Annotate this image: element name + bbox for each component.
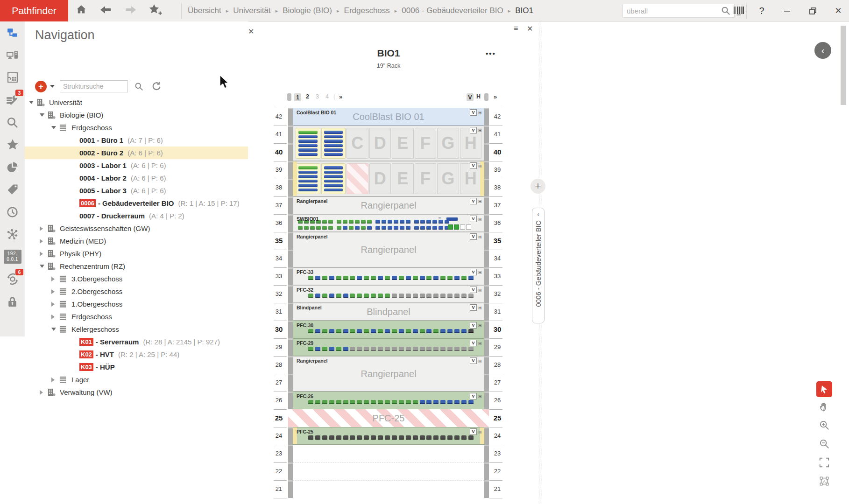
port[interactable] <box>322 276 327 280</box>
sidebar-item-lock[interactable] <box>0 290 25 313</box>
port[interactable] <box>392 294 397 298</box>
port[interactable] <box>357 347 362 351</box>
port[interactable] <box>461 294 467 298</box>
rack-panel-chassis[interactable]: VHDEFGH <box>293 161 484 196</box>
tree-item[interactable]: Physik (PHY) <box>25 247 248 260</box>
port[interactable] <box>308 347 313 351</box>
orientation-scroll-stub[interactable] <box>484 93 488 101</box>
port[interactable] <box>364 294 369 298</box>
port[interactable] <box>420 329 425 333</box>
tree-item[interactable]: 0005 - Labor 3(A: 6 | P: 6) <box>25 184 248 197</box>
switch-port[interactable] <box>343 220 347 224</box>
right-scrollbar[interactable] <box>841 26 846 105</box>
view-h-button[interactable]: H <box>478 234 481 239</box>
orientation-v-button[interactable]: V <box>467 93 474 101</box>
switch-port[interactable] <box>432 220 437 224</box>
tree-item[interactable]: 0002 - Büro 2(A: 6 | P: 6) <box>25 147 248 159</box>
switch-port[interactable] <box>322 226 327 230</box>
expander-closed-icon[interactable] <box>51 378 55 382</box>
view-v-button[interactable]: V <box>470 269 477 275</box>
view-v-button[interactable]: V <box>470 216 477 222</box>
port[interactable] <box>447 347 453 351</box>
port[interactable] <box>468 294 474 298</box>
fit-view-tool[interactable] <box>818 456 830 469</box>
tree-item[interactable]: K03- HÜP <box>25 361 248 373</box>
port[interactable] <box>371 329 376 333</box>
port[interactable] <box>322 347 327 351</box>
switch-port[interactable] <box>355 220 360 224</box>
port[interactable] <box>392 276 397 280</box>
view-h-button[interactable]: H <box>478 128 481 133</box>
switch-port[interactable] <box>337 220 341 224</box>
breadcrumb-item[interactable]: Übersicht <box>188 6 221 15</box>
switch-port[interactable] <box>432 226 437 230</box>
port[interactable] <box>336 435 341 440</box>
tree-item[interactable]: 0006- Gebäudeverteiler BIO(R: 1 | A: 15 … <box>25 197 248 210</box>
tree-item[interactable]: Kellergeschoss <box>25 323 248 336</box>
port[interactable] <box>399 276 404 280</box>
port[interactable] <box>371 400 376 404</box>
port[interactable] <box>378 400 383 404</box>
structure-search-icon[interactable] <box>134 82 144 91</box>
tree-item[interactable]: 3.Obergeschoss <box>25 273 248 285</box>
port[interactable] <box>392 400 397 404</box>
port[interactable] <box>350 276 355 280</box>
port[interactable] <box>406 276 411 280</box>
chassis-slot-F[interactable]: F <box>415 128 437 159</box>
chassis-slot-G[interactable]: G <box>437 128 459 159</box>
breadcrumb-item[interactable]: Erdgeschoss <box>344 6 390 15</box>
breadcrumb-item[interactable]: Biologie (BIO) <box>283 6 332 15</box>
select-tool[interactable] <box>816 381 832 397</box>
rack-panel-chassis[interactable]: VHCDEFGH <box>293 126 484 161</box>
rack-more-button[interactable]: » <box>494 93 497 100</box>
port[interactable] <box>440 347 446 351</box>
switch-port[interactable] <box>439 220 443 224</box>
back-button[interactable] <box>96 0 115 21</box>
forward-button[interactable] <box>121 0 140 21</box>
rack-panel-blindpanel[interactable]: BlindpanelBlindpanelVH <box>293 303 484 321</box>
rack-page-1[interactable]: 1 <box>294 93 301 101</box>
switch-port[interactable] <box>406 226 410 230</box>
view-h-button[interactable]: H <box>478 287 481 293</box>
port[interactable] <box>440 329 446 333</box>
barcode-icon[interactable] <box>733 6 744 16</box>
port[interactable] <box>399 294 404 298</box>
rack-page-2[interactable]: 2 <box>304 93 311 100</box>
switch-port[interactable] <box>406 220 410 224</box>
port[interactable] <box>406 347 411 351</box>
sidebar-item-favorites[interactable] <box>0 133 25 156</box>
switch-port[interactable] <box>394 220 398 224</box>
port[interactable] <box>461 276 467 280</box>
port[interactable] <box>378 294 383 298</box>
sidebar-item-reports[interactable] <box>0 156 25 178</box>
chassis-slot-C[interactable]: C <box>347 128 368 159</box>
port[interactable] <box>413 276 418 280</box>
switch-port[interactable] <box>400 220 404 224</box>
switch-port[interactable] <box>375 226 380 230</box>
port[interactable] <box>454 294 460 298</box>
expander-closed-icon[interactable] <box>40 390 43 395</box>
chassis-slot-F[interactable]: F <box>415 163 437 194</box>
port[interactable] <box>364 347 369 351</box>
port[interactable] <box>440 294 446 298</box>
port[interactable] <box>392 347 397 351</box>
rack-page-3[interactable]: 3 <box>314 93 321 100</box>
port[interactable] <box>329 435 334 440</box>
port[interactable] <box>315 294 320 298</box>
port[interactable] <box>385 294 390 298</box>
expander-open-icon[interactable] <box>51 328 56 331</box>
tree-item[interactable]: Erdgeschoss <box>25 310 248 323</box>
chassis-slot-E[interactable]: E <box>392 163 414 194</box>
view-h-button[interactable]: H <box>478 341 481 346</box>
rack-panel-rangierpanel[interactable]: RangierpanelRangierpanelVH <box>293 196 484 214</box>
breadcrumb-item[interactable]: Universität <box>233 6 270 15</box>
rack-panel-pfc-30[interactable]: PFC-30VH <box>293 321 484 338</box>
port[interactable] <box>350 329 355 333</box>
rack-options-button[interactable]: ••• <box>486 49 496 57</box>
view-v-button[interactable]: V <box>470 393 477 399</box>
more-pages-button[interactable]: » <box>339 93 342 100</box>
expander-closed-icon[interactable] <box>51 315 55 319</box>
zoom-in-tool[interactable] <box>818 419 830 431</box>
room-side-tab[interactable]: ‹ 0006 - Gebäudeverteiler BIO <box>532 208 545 323</box>
port[interactable] <box>426 435 432 440</box>
